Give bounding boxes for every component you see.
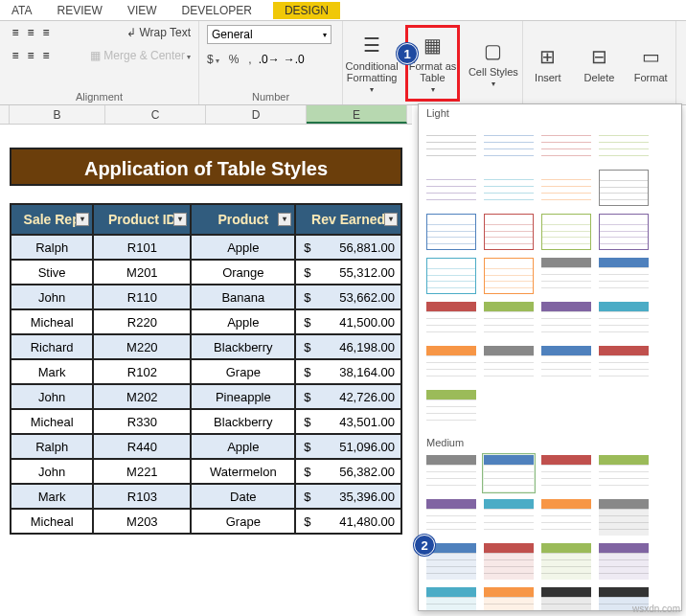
style-swatch[interactable]	[539, 124, 593, 164]
table-styles-gallery: Light Medium Dark New Table Style... New…	[418, 103, 682, 611]
group-alignment-label: Alignment	[8, 91, 191, 103]
filter-icon[interactable]: ▾	[278, 213, 291, 226]
filter-icon[interactable]: ▾	[384, 213, 398, 226]
wrap-text-button[interactable]: ↲ Wrap Text	[126, 26, 191, 39]
insert-icon: ⊞	[535, 43, 561, 70]
style-swatch[interactable]	[539, 168, 593, 208]
style-swatch[interactable]	[597, 300, 651, 340]
style-swatch[interactable]	[482, 453, 536, 493]
style-swatch[interactable]	[597, 497, 651, 537]
style-swatch[interactable]	[424, 212, 478, 252]
style-swatch[interactable]	[539, 541, 593, 582]
style-swatch[interactable]	[424, 168, 478, 208]
table-row[interactable]: JohnM202Pineapple$42,726.00	[11, 384, 401, 409]
callout-1: 1	[397, 43, 418, 64]
style-swatch[interactable]	[539, 585, 593, 611]
col-e[interactable]: E	[307, 105, 407, 124]
tab-view[interactable]: VIEW	[124, 2, 161, 19]
tab-design[interactable]: DESIGN	[273, 2, 340, 19]
style-swatch[interactable]	[597, 124, 651, 164]
style-swatch[interactable]	[424, 124, 478, 164]
filter-icon[interactable]: ▾	[76, 213, 89, 226]
col-d[interactable]: D	[206, 105, 307, 124]
filter-icon[interactable]: ▾	[173, 213, 187, 226]
style-swatch[interactable]	[424, 344, 478, 384]
ribbon: ≡≡≡ ↲ Wrap Text ≡≡≡ ▦ Merge & Center Ali…	[0, 21, 686, 105]
style-swatch[interactable]	[482, 256, 536, 296]
style-swatch[interactable]	[482, 344, 536, 384]
table-row[interactable]: MichealM203Grape$41,480.00	[11, 509, 401, 534]
tab-developer[interactable]: DEVELOPER	[178, 2, 256, 19]
style-swatch[interactable]	[597, 256, 651, 296]
hdr-rep[interactable]: Sale Rep▾	[11, 204, 93, 235]
group-number-label: Number	[207, 91, 334, 103]
cell-styles-icon: ▢	[480, 37, 507, 64]
style-swatch[interactable]	[539, 453, 593, 493]
medium-grid	[419, 451, 681, 611]
hdr-prod[interactable]: Product▾	[191, 204, 295, 235]
sheet-title: Application of Table Styles	[10, 148, 402, 186]
worksheet: Application of Table Styles Sale Rep▾ Pr…	[0, 125, 412, 535]
style-swatch[interactable]	[597, 541, 651, 582]
table-row[interactable]: JohnM221Watermelon$56,382.00	[11, 459, 401, 484]
table-row[interactable]: MichealR330Blackberry$43,501.00	[11, 409, 401, 434]
number-format-select[interactable]: General▾	[207, 25, 332, 44]
style-swatch[interactable]	[482, 124, 536, 164]
style-swatch[interactable]	[539, 212, 593, 252]
percent-button[interactable]: %	[229, 53, 240, 66]
table-row[interactable]: RichardM220Blackberry$46,198.00	[11, 334, 401, 359]
hdr-rev[interactable]: Rev Earned▾	[295, 204, 401, 235]
align-middle-icon[interactable]: ≡	[23, 25, 38, 40]
section-light: Light	[419, 104, 681, 122]
conditional-formatting-button[interactable]: ☰ Conditional Formatting▾	[345, 25, 399, 102]
style-swatch[interactable]	[597, 168, 651, 208]
style-swatch[interactable]	[424, 585, 478, 611]
table-row[interactable]: MichealR220Apple$41,500.00	[11, 309, 401, 334]
table-row[interactable]: MarkR103Date$35,396.00	[11, 484, 401, 509]
style-swatch[interactable]	[482, 212, 536, 252]
style-swatch[interactable]	[424, 256, 478, 296]
style-swatch[interactable]	[597, 344, 651, 384]
align-right-icon[interactable]: ≡	[38, 48, 54, 63]
conditional-formatting-icon: ☰	[358, 32, 385, 58]
style-swatch[interactable]	[424, 388, 478, 428]
col-b[interactable]: B	[10, 105, 105, 124]
insert-cells-button[interactable]: ⊞Insert	[525, 25, 571, 102]
style-swatch[interactable]	[482, 168, 536, 208]
format-cells-button[interactable]: ▭Format	[628, 25, 674, 102]
style-swatch[interactable]	[424, 300, 478, 340]
style-swatch[interactable]	[539, 300, 593, 340]
hdr-pid[interactable]: Product ID▾	[93, 204, 191, 235]
tab-review[interactable]: REVIEW	[54, 2, 106, 19]
cell-styles-button[interactable]: ▢ Cell Styles▾	[467, 25, 520, 102]
table-row[interactable]: MarkR102Grape$38,164.00	[11, 359, 401, 384]
style-swatch[interactable]	[424, 453, 478, 493]
delete-cells-button[interactable]: ⊟Delete	[577, 25, 623, 102]
style-swatch[interactable]	[539, 344, 593, 384]
style-swatch[interactable]	[597, 212, 651, 252]
align-bottom-icon[interactable]: ≡	[38, 25, 54, 40]
style-swatch[interactable]	[539, 256, 593, 296]
style-swatch[interactable]	[597, 453, 651, 493]
increase-decimal-icon[interactable]: .0→	[262, 52, 277, 67]
align-center-icon[interactable]: ≡	[23, 48, 38, 63]
style-swatch[interactable]	[482, 541, 536, 582]
table-row[interactable]: StiveM201Orange$55,312.00	[11, 260, 401, 285]
table-row[interactable]: RalphR101Apple$56,881.00	[11, 235, 401, 260]
align-top-icon[interactable]: ≡	[8, 25, 23, 40]
style-swatch[interactable]	[539, 497, 593, 537]
comma-button[interactable]: ,	[248, 53, 251, 66]
style-swatch[interactable]	[482, 585, 536, 611]
format-as-table-button[interactable]: ▦ Format as Table▾	[405, 25, 459, 102]
align-left-icon[interactable]: ≡	[8, 48, 23, 63]
currency-button[interactable]: $	[207, 53, 219, 66]
style-swatch[interactable]	[424, 497, 478, 537]
callout-2: 2	[414, 535, 435, 556]
col-c[interactable]: C	[105, 105, 206, 124]
table-row[interactable]: RalphR440Apple$51,096.00	[11, 434, 401, 459]
decrease-decimal-icon[interactable]: →.0	[286, 52, 302, 67]
tab-data[interactable]: ATA	[8, 2, 36, 19]
style-swatch[interactable]	[482, 300, 536, 340]
table-row[interactable]: JohnR110Banana$53,662.00	[11, 285, 401, 309]
style-swatch[interactable]	[482, 497, 536, 537]
